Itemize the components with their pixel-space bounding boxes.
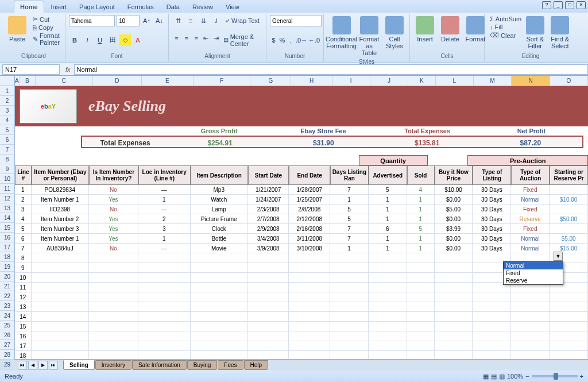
col-header-C[interactable]: C [36,76,92,86]
table-cell[interactable]: 10 [15,273,32,283]
table-cell[interactable]: 3/10/2008 [289,244,330,253]
table-cell[interactable] [369,302,407,312]
table-cell[interactable]: 5 [369,185,407,195]
increase-decimal-button[interactable]: .0→ [296,34,307,46]
table-cell[interactable] [550,185,588,195]
table-cell[interactable] [138,263,191,273]
decrease-decimal-button[interactable]: ←.0 [308,34,320,46]
sheet-tab-inventory[interactable]: Inventory [95,360,131,370]
table-cell[interactable] [289,292,330,302]
table-cell[interactable]: 2/9/2008 [248,224,289,234]
table-cell[interactable] [191,341,248,351]
table-cell[interactable] [330,263,369,273]
table-cell[interactable] [138,312,191,322]
table-cell[interactable] [138,253,191,263]
underline-button[interactable]: U [94,34,106,46]
table-cell[interactable]: 7 [330,224,369,234]
table-cell[interactable]: 9 [15,263,32,273]
table-cell[interactable]: 30 Days [473,224,511,234]
table-cell[interactable] [369,263,407,273]
table-cell[interactable] [435,351,473,359]
view-layout-icon[interactable]: ▤ [491,373,497,380]
table-cell[interactable]: Item Number 1 [32,195,89,204]
table-cell[interactable]: Normal [511,234,550,244]
table-cell[interactable]: 11 [15,283,32,292]
table-cell[interactable]: 1 [138,195,191,204]
table-cell[interactable] [248,331,289,341]
row-header-8[interactable]: 8 [0,155,14,164]
table-cell[interactable]: 30 Days [473,195,511,204]
table-cell[interactable]: 7 [330,234,369,244]
table-cell[interactable]: 2 [138,214,191,224]
table-cell[interactable] [89,351,138,359]
tab-insert[interactable]: Insert [45,1,73,13]
table-row[interactable]: 10 [15,273,588,283]
table-cell[interactable]: --- [138,185,191,195]
table-cell[interactable] [369,312,407,322]
table-cell[interactable]: 5 [15,224,32,234]
table-cell[interactable]: 1/24/2007 [248,195,289,204]
format-painter-button[interactable]: ✎Format Painter [31,32,61,47]
table-cell[interactable]: $10.00 [550,195,588,204]
table-cell[interactable]: No [89,204,138,214]
comma-button[interactable]: , [287,34,295,46]
table-cell[interactable]: $0.00 [435,234,473,244]
restore-button[interactable]: □ [565,1,574,9]
table-cell[interactable]: 6 [369,224,407,234]
clear-button[interactable]: ⌫Clear [488,31,523,40]
table-cell[interactable] [289,322,330,331]
table-cell[interactable]: 1 [369,214,407,224]
table-cell[interactable] [511,341,550,351]
dropdown-option-reserve[interactable]: Reserve [504,277,563,284]
table-row[interactable]: 13 [15,302,588,312]
table-cell[interactable] [32,351,89,359]
table-cell[interactable] [435,322,473,331]
align-top-button[interactable]: ⇈ [172,15,184,26]
table-cell[interactable] [191,283,248,292]
table-row[interactable]: 2Item Number 1Yes1Watch1/24/20071/25/200… [15,195,588,204]
table-cell[interactable] [473,322,511,331]
sheet-tab-sale-information[interactable]: Sale Information [132,360,187,370]
table-cell[interactable] [248,292,289,302]
table-cell[interactable] [369,351,407,359]
table-cell[interactable] [289,273,330,283]
dropdown-option-normal[interactable]: Normal [504,262,563,269]
table-cell[interactable]: 15 [15,322,32,331]
col-header-B[interactable]: B [20,76,36,86]
table-cell[interactable] [89,302,138,312]
table-cell[interactable] [407,263,435,273]
table-cell[interactable] [435,253,473,263]
table-cell[interactable] [248,312,289,322]
col-header-J[interactable]: J [370,76,408,86]
row-header-12[interactable]: 12 [0,194,14,203]
table-cell[interactable]: 5 [407,224,435,234]
table-row[interactable]: 9 [15,263,588,273]
col-header-G[interactable]: G [250,76,291,86]
table-cell[interactable]: POL829834 [32,185,89,195]
table-cell[interactable] [191,322,248,331]
table-cell[interactable] [89,322,138,331]
table-cell[interactable] [473,302,511,312]
table-cell[interactable]: Item Number 3 [32,224,89,234]
indent-increase-button[interactable]: ⇥ [212,33,220,44]
table-cell[interactable] [138,351,191,359]
table-row[interactable]: 15 [15,322,588,331]
table-cell[interactable]: 1/25/2007 [289,195,330,204]
row-header-24[interactable]: 24 [0,311,14,321]
table-cell[interactable]: AU8384uJ [32,244,89,253]
tab-view[interactable]: View [220,1,245,13]
table-cell[interactable] [248,341,289,351]
table-cell[interactable] [369,253,407,263]
col-header-A[interactable]: A [15,76,20,86]
table-cell[interactable] [435,292,473,302]
table-cell[interactable]: 1 [369,244,407,253]
table-cell[interactable] [289,351,330,359]
table-cell[interactable] [32,322,89,331]
zoom-slider[interactable] [532,375,578,377]
table-cell[interactable] [407,331,435,341]
table-cell[interactable] [248,283,289,292]
next-sheet-button[interactable]: ▶ [38,361,48,370]
table-cell[interactable] [32,273,89,283]
table-cell[interactable]: 2/8/2008 [289,204,330,214]
table-cell[interactable] [138,322,191,331]
